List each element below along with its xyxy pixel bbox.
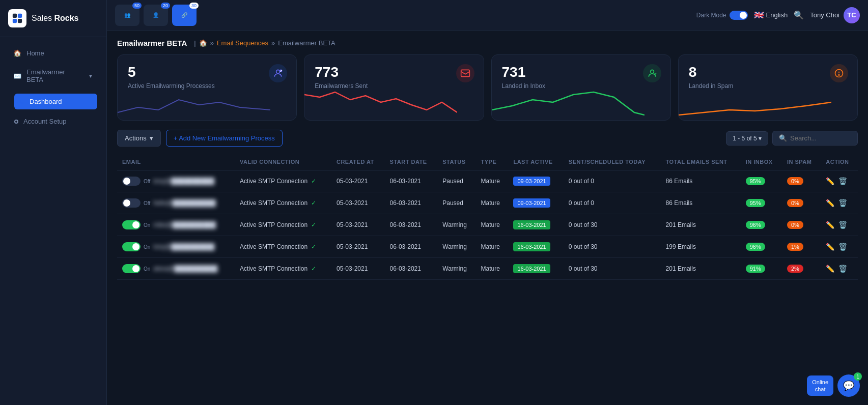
table-row: On alexa@██████████ Active SMTP Connecti… bbox=[117, 258, 858, 280]
inbox-badge: 96% bbox=[746, 221, 765, 229]
dark-mode-toggle[interactable]: Dark Mode bbox=[696, 11, 748, 20]
stat-number: 5 bbox=[128, 64, 286, 80]
svg-point-4 bbox=[276, 70, 280, 73]
toggle-switch[interactable] bbox=[122, 198, 141, 208]
add-label: + Add New Emailwarming Process bbox=[174, 134, 275, 142]
cell-status: Paused bbox=[437, 170, 475, 192]
inbox-badge: 95% bbox=[746, 199, 765, 207]
chat-button[interactable]: 💬 1 bbox=[837, 374, 860, 397]
user-info[interactable]: Tony Choi TC bbox=[810, 7, 860, 23]
svg-rect-3 bbox=[18, 19, 22, 23]
delete-icon[interactable]: 🗑️ bbox=[838, 243, 847, 251]
stat-card-sent: 773 Emailwarmers Sent bbox=[304, 54, 484, 121]
breadcrumb-link-sequences[interactable]: Email Sequences bbox=[217, 39, 268, 47]
table-row: Off tony@██████████ Active SMTP Connecti… bbox=[117, 170, 858, 192]
search-input[interactable] bbox=[790, 134, 851, 142]
cell-spam: 2% bbox=[782, 258, 821, 280]
logo-icon bbox=[8, 9, 26, 27]
cell-status: Warming bbox=[437, 236, 475, 258]
cell-connection: Active SMTP Connection ✓ bbox=[235, 214, 331, 236]
sidebar-item-emailwarmer[interactable]: ✉️ Emailwarmer BETA ▼ bbox=[4, 63, 102, 89]
page-range[interactable]: 1 - 5 of 5 ▾ bbox=[726, 131, 768, 146]
toggle-label: Off bbox=[144, 200, 150, 206]
col-header-spam: IN SPAM bbox=[782, 154, 821, 170]
search-icon-button[interactable]: 🔍 bbox=[794, 10, 804, 20]
dot-icon bbox=[14, 120, 18, 124]
cell-type: Mature bbox=[476, 192, 509, 214]
col-header-inbox: IN INBOX bbox=[741, 154, 782, 170]
link-icon: 🔗 bbox=[181, 12, 187, 18]
breadcrumb-current: Emailwarmer BETA bbox=[278, 39, 335, 47]
delete-icon[interactable]: 🗑️ bbox=[838, 221, 847, 229]
inbox-badge: 96% bbox=[746, 243, 765, 251]
edit-icon[interactable]: ✏️ bbox=[826, 243, 834, 251]
home-breadcrumb-icon[interactable]: 🏠 bbox=[199, 39, 207, 47]
sidebar-item-account-setup-wrapper[interactable]: Account Setup bbox=[0, 113, 106, 129]
delete-icon[interactable]: 🗑️ bbox=[838, 177, 847, 185]
cell-total-sent: 86 Emails bbox=[661, 170, 741, 192]
cell-inbox: 96% bbox=[741, 214, 782, 236]
actions-button[interactable]: Actions ▾ bbox=[117, 130, 161, 147]
search-box[interactable]: 🔍 bbox=[772, 131, 858, 146]
svg-rect-2 bbox=[13, 19, 17, 23]
cell-connection: Active SMTP Connection ✓ bbox=[235, 258, 331, 280]
email-text: hello@██████████ bbox=[153, 199, 216, 207]
cell-email: Off tony@██████████ bbox=[117, 170, 235, 192]
toggle-switch[interactable] bbox=[122, 242, 141, 251]
table-row: On mike@██████████ Active SMTP Connectio… bbox=[117, 214, 858, 236]
check-icon: ✓ bbox=[311, 265, 316, 272]
check-icon: ✓ bbox=[311, 178, 316, 185]
edit-icon[interactable]: ✏️ bbox=[826, 177, 834, 185]
sidebar-item-home[interactable]: 🏠 Home bbox=[4, 44, 102, 62]
toggle-label: Off bbox=[144, 179, 150, 184]
delete-icon[interactable]: 🗑️ bbox=[838, 199, 847, 207]
check-icon: ✓ bbox=[311, 243, 316, 250]
dark-mode-switch[interactable] bbox=[730, 11, 748, 20]
edit-icon[interactable]: ✏️ bbox=[826, 265, 834, 273]
topbar-right: Dark Mode 🇬🇧 English 🔍 Tony Choi TC bbox=[696, 7, 860, 23]
edit-icon[interactable]: ✏️ bbox=[826, 221, 834, 229]
svg-rect-6 bbox=[461, 70, 469, 76]
add-emailwarming-button[interactable]: + Add New Emailwarming Process bbox=[166, 130, 283, 147]
topbar-tab-2[interactable]: 👤 20 bbox=[144, 5, 168, 26]
avatar: TC bbox=[844, 7, 860, 23]
stats-row: 5 Active Emailwarming Processes 773 Emai… bbox=[117, 54, 858, 121]
action-buttons: ✏️ 🗑️ bbox=[826, 265, 853, 273]
last-active-badge: 16-03-2021 bbox=[513, 242, 550, 251]
email-text: mike@██████████ bbox=[153, 221, 216, 228]
delete-icon[interactable]: 🗑️ bbox=[838, 265, 847, 273]
cell-inbox: 95% bbox=[741, 192, 782, 214]
topbar-tab-1[interactable]: 👥 50 bbox=[115, 5, 139, 26]
col-header-last-active: LAST ACTIVE bbox=[508, 154, 563, 170]
cell-sent-today: 0 out of 30 bbox=[564, 258, 661, 280]
cell-start-date: 06-03-2021 bbox=[385, 258, 438, 280]
cell-created: 05-03-2021 bbox=[331, 170, 385, 192]
data-table: EMAIL VALID CONNECTION CREATED AT START … bbox=[117, 154, 858, 280]
edit-icon[interactable]: ✏️ bbox=[826, 199, 834, 207]
tab-badge-1: 50 bbox=[132, 3, 142, 9]
cell-action: ✏️ 🗑️ bbox=[821, 192, 858, 214]
last-active-badge: 16-03-2021 bbox=[513, 264, 550, 273]
stat-card-inbox: 731 Landed in Inbox bbox=[491, 54, 671, 121]
chat-widget: Onlinechat 💬 1 bbox=[807, 374, 860, 397]
chevron-down-icon: ▼ bbox=[88, 73, 93, 79]
language-selector[interactable]: 🇬🇧 English bbox=[754, 10, 788, 20]
col-header-status: STATUS bbox=[437, 154, 475, 170]
people-icon: 👥 bbox=[124, 12, 130, 18]
spam-badge: 0% bbox=[787, 177, 803, 185]
user-name: Tony Choi bbox=[810, 11, 839, 19]
chevron-down-icon: ▾ bbox=[759, 135, 762, 142]
cell-last-active: 09-03-2021 bbox=[508, 170, 563, 192]
toggle-switch[interactable] bbox=[122, 177, 141, 186]
sidebar-item-label: Account Setup bbox=[23, 118, 67, 125]
toggle-switch[interactable] bbox=[122, 220, 141, 229]
toggle-label: On bbox=[144, 222, 150, 228]
language-label: English bbox=[766, 11, 788, 19]
sidebar-item-dashboard[interactable]: Dashboard bbox=[14, 94, 97, 109]
cell-spam: 0% bbox=[782, 170, 821, 192]
topbar-tab-3[interactable]: 🔗 30 bbox=[172, 5, 197, 26]
cell-connection: Active SMTP Connection ✓ bbox=[235, 192, 331, 214]
cell-last-active: 16-03-2021 bbox=[508, 214, 563, 236]
cell-action: ✏️ 🗑️ bbox=[821, 214, 858, 236]
toggle-switch[interactable] bbox=[122, 264, 141, 273]
